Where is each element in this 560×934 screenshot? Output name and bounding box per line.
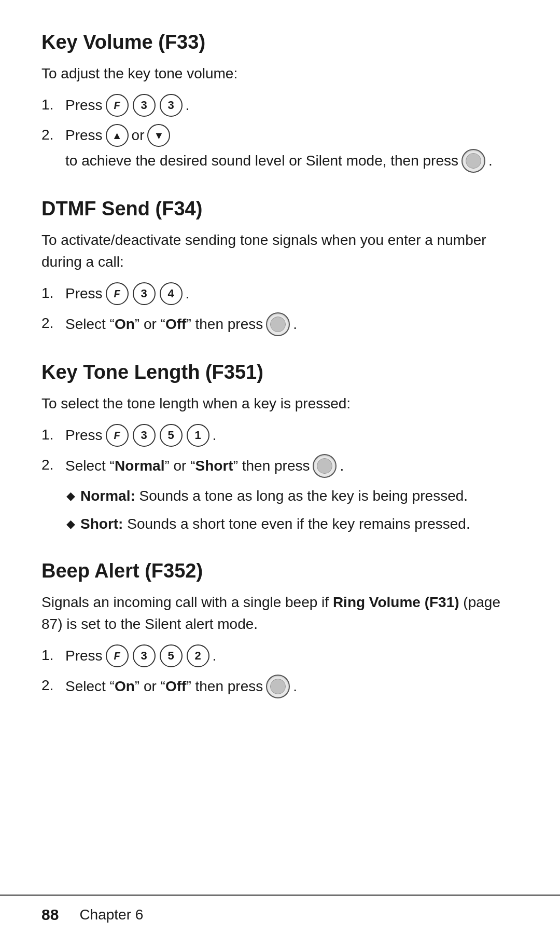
step-beep-1: 1. Press F 3 5 2 . bbox=[41, 644, 519, 667]
step-key-volume-2: 2. Press ▲ or ▼ to achieve the desired s… bbox=[41, 124, 519, 173]
key-f-button: F bbox=[106, 424, 129, 447]
step-text: Press bbox=[65, 283, 103, 305]
diamond-icon: ◆ bbox=[66, 515, 75, 532]
bullet-normal: ◆ Normal: Sounds a tone as long as the k… bbox=[41, 485, 519, 507]
step-text: Select “On” or “Off” then press bbox=[65, 676, 263, 697]
step-dtmf-1: 1. Press F 3 4 . bbox=[41, 282, 519, 305]
step-text-or: or bbox=[132, 125, 145, 146]
step-text: Select “On” or “Off” then press bbox=[65, 313, 263, 335]
page-content: Key Volume (F33) To adjust the key tone … bbox=[0, 0, 560, 754]
step-suffix: . bbox=[213, 424, 217, 446]
step-content: Press ▲ or ▼ to achieve the desired soun… bbox=[65, 124, 519, 173]
step-text: Press bbox=[65, 94, 103, 116]
step-beep-2: 2. Select “On” or “Off” then press . bbox=[41, 675, 519, 698]
key-4-button: 4 bbox=[160, 282, 183, 305]
section-title-beep: Beep Alert (F352) bbox=[41, 560, 519, 582]
step-num: 2. bbox=[41, 675, 61, 696]
step-suffix: . bbox=[213, 645, 217, 667]
section-key-tone-length: Key Tone Length (F351) To select the ton… bbox=[41, 361, 519, 535]
step-suffix: . bbox=[488, 150, 493, 172]
section-beep-alert: Beep Alert (F352) Signals an incoming ca… bbox=[41, 560, 519, 698]
section-title-dtmf: DTMF Send (F34) bbox=[41, 198, 519, 220]
key-5-button: 5 bbox=[160, 424, 183, 447]
step-content: Press F 3 4 . bbox=[65, 282, 189, 305]
step-num: 1. bbox=[41, 282, 61, 304]
key-3-button: 3 bbox=[133, 644, 156, 667]
key-5-button: 5 bbox=[160, 644, 183, 667]
key-f-button: F bbox=[106, 282, 129, 305]
page-footer: 88 Chapter 6 bbox=[0, 895, 560, 934]
section-desc-dtmf: To activate/deactivate sending tone sign… bbox=[41, 229, 519, 273]
step-text: Press bbox=[65, 424, 103, 446]
ok-button bbox=[313, 454, 337, 478]
step-suffix: . bbox=[293, 676, 297, 697]
key-3-button: 3 bbox=[133, 282, 156, 305]
bullet-short: ◆ Short: Sounds a short tone even if the… bbox=[41, 513, 519, 535]
ok-button bbox=[266, 312, 290, 336]
key-1-button: 1 bbox=[187, 424, 209, 447]
ok-button bbox=[461, 149, 485, 173]
step-suffix: . bbox=[340, 455, 344, 477]
bullet-text: Short: Sounds a short tone even if the k… bbox=[80, 513, 470, 535]
key-3-button: 3 bbox=[133, 424, 156, 447]
step-content: Press F 3 5 2 . bbox=[65, 644, 216, 667]
step-text: Select “Normal” or “Short” then press bbox=[65, 455, 310, 477]
step-text: Press bbox=[65, 645, 103, 667]
step-keytone-2: 2. Select “Normal” or “Short” then press… bbox=[41, 454, 519, 478]
section-desc-key-volume: To adjust the key tone volume: bbox=[41, 63, 519, 85]
chapter-label: Chapter 6 bbox=[79, 906, 143, 923]
step-num: 2. bbox=[41, 454, 61, 476]
nav-down-button: ▼ bbox=[147, 124, 170, 147]
page-number: 88 bbox=[41, 906, 59, 924]
key-3-button: 3 bbox=[133, 94, 156, 117]
section-key-volume: Key Volume (F33) To adjust the key tone … bbox=[41, 31, 519, 173]
ok-button bbox=[266, 675, 290, 698]
step-text-achieve: to achieve the desired sound level or Si… bbox=[65, 150, 458, 172]
section-desc-key-tone: To select the tone length when a key is … bbox=[41, 393, 519, 415]
step-content: Press F 3 5 1 . bbox=[65, 424, 216, 447]
bullet-text: Normal: Sounds a tone as long as the key… bbox=[80, 485, 468, 507]
key-f-button: F bbox=[106, 644, 129, 667]
step-content: Select “On” or “Off” then press . bbox=[65, 312, 297, 336]
step-key-volume-1: 1. Press F 3 3 . bbox=[41, 94, 519, 117]
key-f-button: F bbox=[106, 94, 129, 117]
step-num: 1. bbox=[41, 424, 61, 446]
step-content: Press F 3 3 . bbox=[65, 94, 189, 117]
step-suffix: . bbox=[293, 313, 297, 335]
step-content: Select “On” or “Off” then press . bbox=[65, 675, 297, 698]
step-num: 1. bbox=[41, 94, 61, 116]
nav-up-button: ▲ bbox=[106, 124, 129, 147]
key-2-button: 2 bbox=[187, 644, 209, 667]
section-title-key-volume: Key Volume (F33) bbox=[41, 31, 519, 53]
diamond-icon: ◆ bbox=[66, 487, 75, 504]
section-dtmf-send: DTMF Send (F34) To activate/deactivate s… bbox=[41, 198, 519, 336]
step-content: Select “Normal” or “Short” then press . bbox=[65, 454, 344, 478]
step-suffix: . bbox=[186, 94, 190, 116]
section-desc-beep: Signals an incoming call with a single b… bbox=[41, 592, 519, 635]
step-num: 2. bbox=[41, 312, 61, 334]
step-num: 1. bbox=[41, 644, 61, 666]
step-text-press: Press bbox=[65, 125, 103, 146]
section-title-key-tone: Key Tone Length (F351) bbox=[41, 361, 519, 383]
step-keytone-1: 1. Press F 3 5 1 . bbox=[41, 424, 519, 447]
step-dtmf-2: 2. Select “On” or “Off” then press . bbox=[41, 312, 519, 336]
key-3b-button: 3 bbox=[160, 94, 183, 117]
step-num: 2. bbox=[41, 124, 61, 146]
step-suffix: . bbox=[186, 283, 190, 305]
